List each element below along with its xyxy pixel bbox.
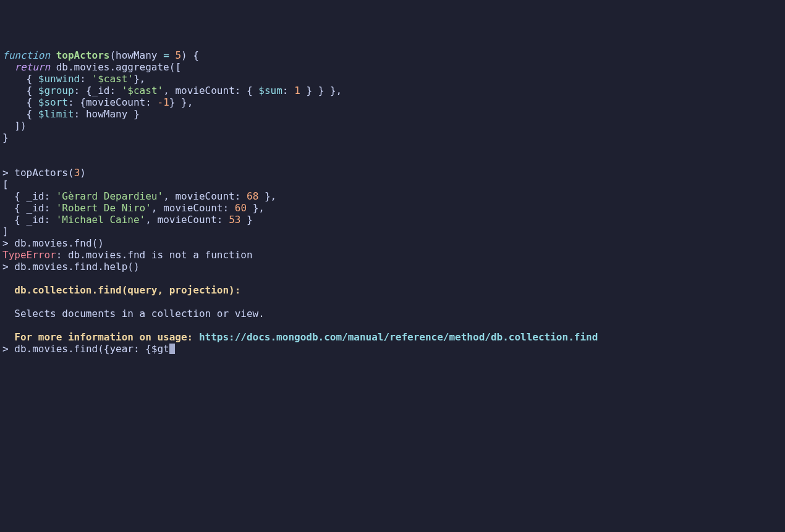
id-key: _id [92, 85, 110, 96]
function-name: topActors [56, 49, 110, 61]
result-row: { _id: 'Michael Caine', movieCount: 53 } [2, 214, 253, 226]
result-name: 'Robert De Niro' [56, 202, 151, 214]
blank-line [2, 272, 9, 284]
brace-open: { [193, 49, 199, 61]
param-default: 5 [175, 49, 181, 61]
error-msg: : db.movies.fnd is not a function [56, 249, 253, 261]
db-ref: db [56, 61, 68, 73]
line: [ [2, 179, 9, 190]
result-id-key: _id [27, 202, 45, 214]
equals: = [163, 49, 169, 61]
prompt-line: > topActors(3) [2, 167, 86, 179]
result-id-key: _id [27, 190, 45, 202]
op-sort: $sort [38, 96, 68, 108]
line: { $sort: {movieCount: -1} }, [2, 96, 193, 108]
help-more-line: For more information on usage: https://d… [2, 331, 598, 343]
help-signature-line: db.collection.find(query, projection): [2, 284, 240, 296]
str-cast: '$cast' [122, 85, 163, 96]
help-desc-line: Selects documents in a collection or vie… [2, 308, 265, 319]
result-row: { _id: 'Gèrard Depardieu', movieCount: 6… [2, 190, 276, 202]
line: return db.movies.aggregate([ [2, 61, 181, 73]
op-group: $group [38, 85, 74, 96]
line: } [2, 132, 9, 143]
help-desc: Selects documents in a collection or vie… [14, 308, 265, 319]
prompt-line: > db.movies.find.help() [2, 261, 140, 272]
prompt-icon: > [2, 261, 9, 272]
prompt-icon: > [2, 343, 9, 355]
result-row: { _id: 'Robert De Niro', movieCount: 60 … [2, 202, 265, 214]
line: ]) [2, 120, 27, 132]
moviecount-key: movieCount [175, 85, 234, 96]
current-input-line[interactable]: > db.movies.find({year: {$gt [2, 343, 175, 355]
call-fn: topActors [14, 167, 68, 179]
method-aggregate: aggregate [116, 61, 169, 73]
keyword-function: function [2, 49, 50, 61]
fnd-call: db.movies.fnd() [14, 237, 104, 249]
paren-open: ( [109, 49, 116, 61]
collection-ref: movies [74, 61, 110, 73]
howmany-ref: howMany [86, 108, 127, 120]
result-count: 60 [235, 202, 247, 214]
prompt-icon: > [2, 167, 9, 179]
result-name: 'Michael Caine' [56, 214, 146, 226]
blank-line [2, 155, 9, 167]
cursor-icon [169, 344, 175, 354]
op-unwind: $unwind [38, 73, 80, 85]
current-input-text[interactable]: db.movies.find({year: {$gt [14, 343, 169, 355]
prompt-icon: > [2, 237, 9, 249]
help-signature: db.collection.find(query, projection): [14, 284, 240, 296]
line: { $unwind: '$cast'}, [2, 73, 145, 85]
param-name: howMany [116, 49, 157, 61]
blank-line [2, 143, 9, 155]
line: ] [2, 226, 9, 237]
num-one: 1 [294, 85, 300, 96]
help-more-label: For more information on usage: [14, 331, 193, 343]
keyword-return: return [14, 61, 50, 73]
result-count: 68 [247, 190, 258, 202]
result-count-key: movieCount [163, 202, 223, 214]
result-count-key: movieCount [175, 190, 234, 202]
error-line: TypeError: db.movies.fnd is not a functi… [2, 249, 253, 261]
op-sum: $sum [258, 85, 282, 96]
paren-close: ) [181, 49, 187, 61]
op-limit: $limit [38, 108, 74, 120]
moviecount-key: movieCount [86, 96, 145, 108]
result-count: 53 [229, 214, 240, 226]
blank-line [2, 319, 9, 331]
terminal[interactable]: function topActors(howMany = 5) { return… [2, 49, 783, 355]
str-cast: '$cast' [92, 73, 134, 85]
result-name: 'Gèrard Depardieu' [56, 190, 163, 202]
help-url[interactable]: https://docs.mongodb.com/manual/referenc… [199, 331, 598, 343]
num-neg-one: -1 [158, 96, 169, 108]
line: function topActors(howMany = 5) { [2, 49, 199, 61]
result-count-key: movieCount [158, 214, 217, 226]
prompt-line: > db.movies.fnd() [2, 237, 104, 249]
line: { $limit: howMany } [2, 108, 140, 120]
call-arg: 3 [74, 167, 80, 179]
blank-line [2, 296, 9, 308]
error-type: TypeError [2, 249, 56, 261]
result-id-key: _id [27, 214, 45, 226]
line: { $group: {_id: '$cast', movieCount: { $… [2, 85, 342, 96]
help-call: db.movies.find.help() [14, 261, 139, 272]
